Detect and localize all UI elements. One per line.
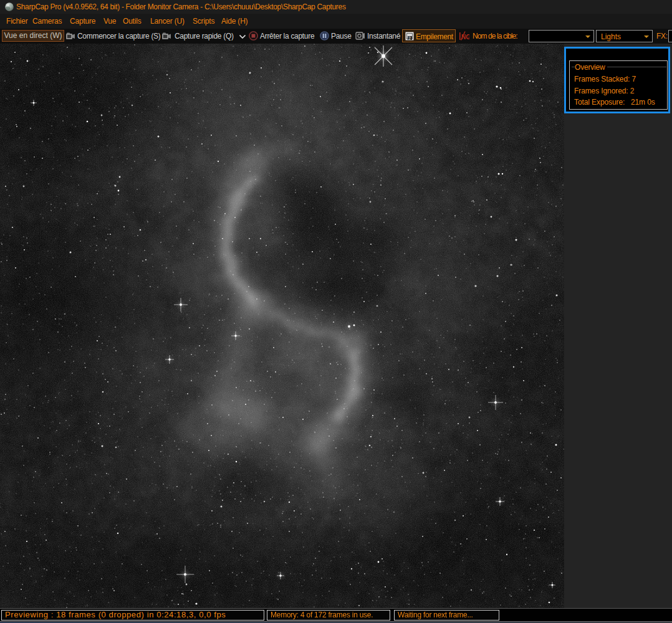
svg-text:2: 2 — [408, 36, 411, 40]
